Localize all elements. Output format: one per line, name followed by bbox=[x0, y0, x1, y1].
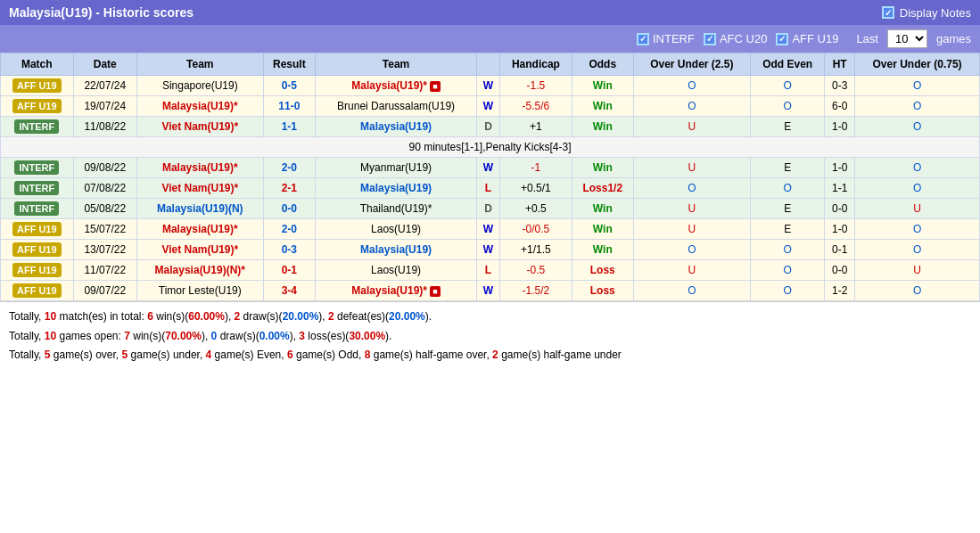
wdl: W bbox=[476, 76, 499, 96]
match-date: 11/08/22 bbox=[73, 117, 136, 137]
ou075: O bbox=[855, 117, 980, 137]
odds: Loss bbox=[572, 260, 633, 281]
match-badge: INTERF bbox=[1, 158, 74, 178]
ht: 0-3 bbox=[825, 76, 855, 96]
match-date: 22/07/24 bbox=[73, 76, 136, 96]
ou25: O bbox=[633, 76, 750, 96]
ht: 1-0 bbox=[825, 219, 855, 240]
result: 1-1 bbox=[263, 117, 316, 137]
total-defeats: 2 bbox=[328, 310, 334, 323]
odds: Win bbox=[572, 219, 633, 240]
aff-checkbox[interactable] bbox=[776, 33, 788, 45]
filter-afc[interactable]: AFC U20 bbox=[704, 32, 767, 45]
team1: Viet Nam(U19)* bbox=[137, 240, 264, 260]
odd-even: E bbox=[750, 117, 824, 137]
match-date: 09/08/22 bbox=[73, 158, 136, 178]
ou25: U bbox=[633, 199, 750, 219]
games-select[interactable]: 10 20 30 bbox=[887, 29, 927, 48]
ht: 0-0 bbox=[825, 260, 855, 281]
total-wins: 6 bbox=[147, 310, 153, 323]
col-handicap: Handicap bbox=[500, 53, 572, 76]
odd-even: O bbox=[750, 96, 824, 117]
team2: Malaysia(U19) bbox=[316, 117, 477, 137]
team2: Myanmar(U19) bbox=[316, 158, 477, 178]
ou075: U bbox=[855, 199, 980, 219]
col-ht: HT bbox=[825, 53, 855, 76]
match-date: 05/08/22 bbox=[73, 199, 136, 219]
ou25: U bbox=[633, 117, 750, 137]
wdl: W bbox=[476, 96, 499, 117]
team2: Brunei Darussalam(U19) bbox=[316, 96, 477, 117]
last-label: Last bbox=[856, 32, 878, 45]
col-ou25: Over Under (2.5) bbox=[633, 53, 750, 76]
team2: Thailand(U19)* bbox=[316, 199, 477, 219]
total-draws: 2 bbox=[235, 310, 241, 323]
open-wins: 7 bbox=[124, 330, 130, 342]
ou075: O bbox=[855, 76, 980, 96]
match-badge: AFF U19 bbox=[1, 240, 74, 260]
ou075: O bbox=[855, 178, 980, 199]
match-badge: AFF U19 bbox=[1, 281, 74, 301]
result: 11-0 bbox=[263, 96, 316, 117]
odds: Win bbox=[572, 76, 633, 96]
odd-even: E bbox=[750, 219, 824, 240]
wdl: W bbox=[476, 219, 499, 240]
odds: Win bbox=[572, 240, 633, 260]
result: 0-1 bbox=[263, 260, 316, 281]
match-badge: AFF U19 bbox=[1, 76, 74, 96]
open-loss-pct: 30.00% bbox=[349, 330, 385, 342]
open-draws: 0 bbox=[211, 330, 218, 342]
summary-line3: Totally, 5 game(s) over, 5 game(s) under… bbox=[9, 346, 971, 365]
handicap: -0.5 bbox=[500, 260, 572, 281]
note-row: 90 minutes[1-1],Penalty Kicks[4-3] bbox=[1, 137, 980, 158]
ht: 6-0 bbox=[825, 96, 855, 117]
ht: 1-2 bbox=[825, 281, 855, 301]
ht: 1-0 bbox=[825, 158, 855, 178]
team1: Malaysia(U19)* bbox=[137, 96, 264, 117]
team1: Viet Nam(U19)* bbox=[137, 117, 264, 137]
ou25: O bbox=[633, 240, 750, 260]
odd-even: O bbox=[750, 76, 824, 96]
draw-pct: 20.00% bbox=[283, 310, 319, 323]
odd-even: E bbox=[750, 199, 824, 219]
odds: Win bbox=[572, 117, 633, 137]
col-odd-even: Odd Even bbox=[750, 53, 824, 76]
wdl: W bbox=[476, 158, 499, 178]
summary-line2: Totally, 10 games open: 7 win(s)(70.00%)… bbox=[9, 327, 971, 347]
wdl: L bbox=[476, 178, 499, 199]
display-notes-checkbox[interactable] bbox=[882, 6, 894, 19]
match-date: 15/07/22 bbox=[73, 219, 136, 240]
team2: Malaysia(U19)* ■ bbox=[316, 281, 477, 301]
wdl: W bbox=[476, 281, 499, 301]
team1: Malaysia(U19)(N) bbox=[137, 199, 264, 219]
afc-checkbox[interactable] bbox=[704, 33, 716, 45]
defeat-pct: 20.00% bbox=[389, 310, 425, 323]
filter-bar: INTERF AFC U20 AFF U19 Last 10 20 30 gam… bbox=[0, 25, 980, 53]
match-badge: AFF U19 bbox=[1, 260, 74, 281]
col-wdl bbox=[476, 53, 499, 76]
handicap: -1 bbox=[500, 158, 572, 178]
ou075: U bbox=[855, 260, 980, 281]
col-ou075: Over Under (0.75) bbox=[855, 53, 980, 76]
ou25: U bbox=[633, 158, 750, 178]
odds: Win bbox=[572, 199, 633, 219]
win-pct: 60.00% bbox=[188, 310, 225, 323]
filter-interf[interactable]: INTERF bbox=[637, 32, 695, 45]
odd-even: O bbox=[750, 240, 824, 260]
filter-aff[interactable]: AFF U19 bbox=[776, 32, 838, 45]
result: 2-0 bbox=[263, 158, 316, 178]
open-draw-pct: 0.00% bbox=[259, 330, 290, 342]
page-title: Malaysia(U19) - Historic scores bbox=[9, 5, 194, 20]
interf-label: INTERF bbox=[653, 32, 695, 45]
team1: Malaysia(U19)(N)* bbox=[137, 260, 264, 281]
ou25: O bbox=[633, 96, 750, 117]
odd-even: O bbox=[750, 281, 824, 301]
open-losses: 3 bbox=[299, 330, 305, 342]
result: 2-1 bbox=[263, 178, 316, 199]
interf-checkbox[interactable] bbox=[637, 33, 649, 45]
match-badge: INTERF bbox=[1, 117, 74, 137]
result: 2-0 bbox=[263, 219, 316, 240]
odd-even: O bbox=[750, 260, 824, 281]
col-date: Date bbox=[73, 53, 136, 76]
ou075: O bbox=[855, 158, 980, 178]
